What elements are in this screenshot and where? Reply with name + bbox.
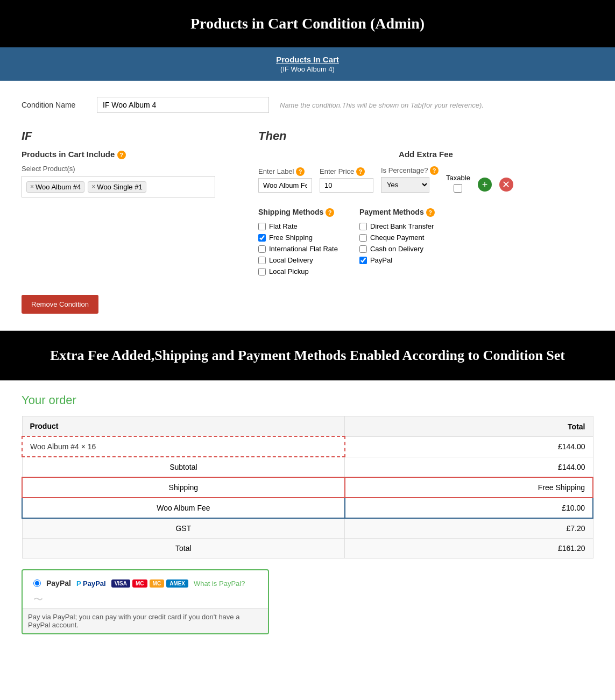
enter-label-input[interactable]: [258, 178, 312, 193]
fee-row: Woo Album Fee £10.00: [22, 498, 593, 518]
condition-name-input[interactable]: [97, 97, 269, 113]
order-section: Your order Product Total Woo Album #4 × …: [0, 380, 615, 647]
enter-price-help-icon[interactable]: ?: [356, 167, 365, 176]
total-label: Total: [22, 539, 345, 558]
product-cell: Woo Album #4 × 16: [22, 436, 345, 457]
order-title: Your order: [22, 393, 593, 407]
add-fee-button[interactable]: +: [478, 178, 492, 192]
paypal-row: PayPal P PayPal VISA MC MC AMEX What is …: [33, 579, 257, 588]
shipping-methods-col: Shipping Methods ? Flat Rate Free Shippi…: [258, 208, 338, 279]
is-percentage-select[interactable]: Yes No: [381, 177, 429, 193]
then-label: Then: [258, 129, 593, 143]
remove-product-tag-2-icon[interactable]: ×: [91, 183, 95, 190]
condition-name-hint: Name the condition.This will be shown on…: [280, 101, 484, 109]
enter-price-input[interactable]: [320, 178, 373, 193]
taxable-checkbox[interactable]: [454, 184, 462, 193]
local-delivery-checkbox[interactable]: [258, 257, 266, 264]
subtotal-label: Subtotal: [22, 457, 345, 477]
payment-method-paypal: PayPal: [359, 256, 435, 264]
payment-method-cash-on-delivery: Cash on Delivery: [359, 245, 435, 253]
shipping-method-free-shipping: Free Shipping: [258, 234, 338, 242]
enter-label-help-icon[interactable]: ?: [296, 167, 305, 176]
paypal-box: PayPal P PayPal VISA MC MC AMEX What is …: [22, 569, 269, 634]
total-row: Total £161.20: [22, 539, 593, 558]
paypal-radio[interactable]: [33, 579, 41, 587]
paypal-label: PayPal: [46, 579, 71, 588]
taxable-label: Taxable: [446, 174, 470, 182]
paypal-checkbox[interactable]: [359, 257, 367, 264]
paypal-pp-text: P PayPal: [76, 579, 106, 588]
if-then-container: IF Products in Cart Include ? Select Pro…: [22, 129, 593, 279]
paypal-description: Pay via PayPal; you can pay with your cr…: [23, 608, 268, 633]
shipping-value: Free Shipping: [345, 477, 593, 498]
if-section: IF Products in Cart Include ? Select Pro…: [22, 129, 226, 197]
if-label: IF: [22, 129, 226, 143]
product-tag: × Woo Album #4: [26, 181, 84, 193]
shipping-method-flat-rate: Flat Rate: [258, 222, 338, 230]
fee-label: Woo Album Fee: [22, 498, 345, 518]
shipping-method-international-flat-rate: International Flat Rate: [258, 245, 338, 253]
enter-price-label: Enter Price ?: [320, 167, 373, 176]
product-tag: × Woo Single #1: [88, 181, 146, 193]
cheque-payment-checkbox[interactable]: [359, 234, 367, 242]
payment-methods-help-icon[interactable]: ?: [426, 208, 435, 217]
subtotal-row: Subtotal £144.00: [22, 457, 593, 477]
enter-price-group: Enter Price ?: [320, 167, 373, 193]
remove-condition-button[interactable]: Remove Condition: [22, 295, 98, 314]
shipping-method-local-delivery: Local Delivery: [258, 256, 338, 264]
international-flat-rate-checkbox[interactable]: [258, 245, 266, 253]
shipping-method-local-pickup: Local Pickup: [258, 267, 338, 275]
amex-card-icon: AMEX: [166, 579, 188, 588]
then-section: Then Add Extra Fee Enter Label ? Enter P…: [258, 129, 593, 279]
taxable-group: Taxable: [446, 174, 470, 193]
free-shipping-checkbox[interactable]: [258, 234, 266, 242]
table-row: Woo Album #4 × 16 £144.00: [22, 436, 593, 457]
col-total: Total: [345, 416, 593, 437]
subtitle-line1: Products In Cart: [11, 55, 604, 64]
condition-name-label: Condition Name: [22, 101, 86, 109]
remove-fee-button[interactable]: ✕: [499, 178, 513, 192]
remove-product-tag-1-icon[interactable]: ×: [30, 183, 34, 190]
shipping-methods-help-icon[interactable]: ?: [326, 208, 334, 217]
subtitle-line2: (IF Woo Album 4): [11, 65, 604, 73]
payment-method-cheque: Cheque Payment: [359, 234, 435, 242]
gst-label: GST: [22, 518, 345, 539]
cash-on-delivery-checkbox[interactable]: [359, 245, 367, 253]
product-tags-box[interactable]: × Woo Album #4 × Woo Single #1: [22, 176, 215, 197]
methods-container: Shipping Methods ? Flat Rate Free Shippi…: [258, 208, 593, 279]
products-in-cart-heading: Products in Cart Include ?: [22, 150, 226, 159]
extra-fee-row: Enter Label ? Enter Price ? Is Percentag…: [258, 166, 593, 193]
is-percentage-label: Is Percentage? ?: [381, 166, 439, 175]
products-help-icon[interactable]: ?: [117, 151, 126, 159]
is-percentage-group: Is Percentage? ? Yes No: [381, 166, 439, 193]
what-is-paypal-link[interactable]: What is PayPal?: [194, 579, 245, 588]
shipping-label: Shipping: [22, 477, 345, 498]
enter-label-group: Enter Label ?: [258, 167, 312, 193]
add-extra-fee-heading: Add Extra Fee: [258, 150, 593, 159]
enter-label-label: Enter Label ?: [258, 167, 312, 176]
admin-form: Condition Name Name the condition.This w…: [0, 81, 615, 331]
direct-bank-transfer-checkbox[interactable]: [359, 223, 367, 230]
shipping-row: Shipping Free Shipping: [22, 477, 593, 498]
mastercard2-icon: MC: [150, 579, 165, 588]
flat-rate-checkbox[interactable]: [258, 223, 266, 230]
shipping-methods-heading: Shipping Methods ?: [258, 208, 338, 217]
mastercard-icon: MC: [132, 579, 147, 588]
main-header: Products in Cart Condition (Admin): [0, 0, 615, 47]
select-product-label: Select Product(s): [22, 165, 226, 173]
is-percentage-help-icon[interactable]: ?: [430, 166, 439, 175]
subtotal-value: £144.00: [345, 457, 593, 477]
black-banner: Extra Fee Added,Shipping and Payment Met…: [0, 331, 615, 380]
local-pickup-checkbox[interactable]: [258, 268, 266, 275]
fee-value: £10.00: [345, 498, 593, 518]
gst-value: £7.20: [345, 518, 593, 539]
black-banner-text: Extra Fee Added,Shipping and Payment Met…: [22, 346, 593, 365]
product-total-cell: £144.00: [345, 436, 593, 457]
payment-method-direct-bank: Direct Bank Transfer: [359, 222, 435, 230]
card-icons: VISA MC MC AMEX: [111, 579, 188, 588]
condition-name-row: Condition Name Name the condition.This w…: [22, 97, 593, 113]
payment-methods-col: Payment Methods ? Direct Bank Transfer C…: [359, 208, 435, 279]
gst-row: GST £7.20: [22, 518, 593, 539]
order-table: Product Total Woo Album #4 × 16 £144.00 …: [22, 416, 593, 558]
subtitle-bar: Products In Cart (IF Woo Album 4): [0, 47, 615, 81]
